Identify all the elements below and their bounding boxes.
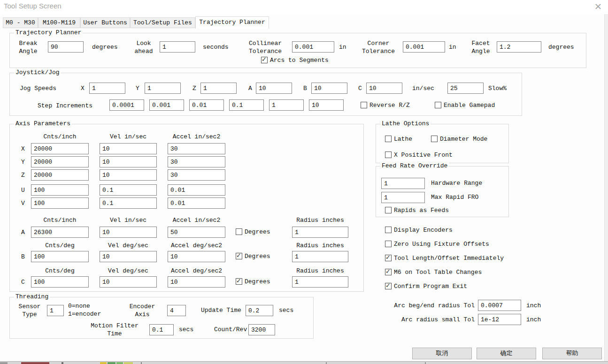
axis-b-cnts-input[interactable]	[31, 251, 89, 262]
axis-c-header-radius: Radius inches	[292, 267, 348, 275]
axis-z-cnts-input[interactable]	[31, 169, 89, 181]
step-increment-5-input[interactable]	[269, 99, 304, 111]
joystick-jog-legend: Joystick/Jog	[14, 69, 61, 76]
tool-length-offset-immediately-checkbox[interactable]	[385, 255, 392, 261]
close-icon[interactable]: ×	[591, 0, 605, 12]
help-button[interactable]: 帮助	[542, 348, 602, 359]
zero-using-fixture-offsets-label: Zero Using Fixture Offsets	[394, 240, 489, 248]
axis-y-cnts-input[interactable]	[31, 156, 89, 167]
tab-m0-m30[interactable]: M0 - M30	[3, 17, 38, 28]
arcs-to-segments-checkbox[interactable]	[261, 57, 268, 63]
axis-u-cnts-input[interactable]	[31, 184, 89, 196]
arc-beg-end-radius-tol-input[interactable]	[478, 300, 521, 311]
axis-a-degrees-checkbox[interactable]	[236, 228, 242, 235]
jog-speed-a-input[interactable]	[256, 83, 292, 94]
jog-axis-x-label: X	[81, 84, 85, 92]
axis-a-radius-input[interactable]	[292, 227, 348, 238]
x-positive-front-checkbox[interactable]	[385, 152, 392, 158]
axis-c-accel-input[interactable]	[168, 276, 225, 288]
axis-b-degrees-label: Degrees	[245, 252, 270, 260]
step-increment-3-input[interactable]	[189, 99, 224, 111]
look-ahead-label: Look ahead	[130, 39, 158, 55]
max-rapid-fro-input[interactable]	[381, 192, 425, 203]
axis-a-header-vel: Vel in/sec	[100, 216, 157, 224]
break-angle-input[interactable]	[48, 41, 84, 53]
axis-x-cnts-input[interactable]	[31, 143, 89, 154]
corner-tolerance-input[interactable]	[403, 41, 445, 53]
break-angle-unit: degrees	[92, 43, 118, 51]
lathe-checkbox[interactable]	[385, 136, 392, 142]
axis-a-header-accel: Accel in/sec2	[168, 216, 225, 224]
enable-gamepad-checkbox[interactable]	[435, 102, 441, 108]
axis-v-vel-input[interactable]	[100, 197, 157, 209]
diameter-mode-checkbox[interactable]	[431, 136, 438, 142]
step-increment-6-input[interactable]	[309, 99, 344, 111]
axis-z-vel-input[interactable]	[100, 169, 157, 181]
encoder-axis-input[interactable]	[167, 305, 186, 316]
axis-a-vel-input[interactable]	[100, 227, 157, 238]
axis-c-degrees-checkbox[interactable]	[236, 278, 242, 285]
motion-filter-time-input[interactable]	[149, 324, 174, 335]
jog-speed-b-input[interactable]	[311, 83, 347, 94]
ok-button[interactable]: 确定	[477, 348, 536, 359]
corner-tolerance-label: Corner Tolerance	[358, 39, 399, 55]
step-increment-2-input[interactable]	[149, 99, 184, 111]
axis-header-cnts: Cnts/inch	[31, 133, 89, 141]
axis-x-vel-input[interactable]	[100, 143, 157, 154]
axis-x-accel-input[interactable]	[168, 143, 225, 154]
jog-speed-z-input[interactable]	[200, 83, 237, 94]
m6-on-tool-table-changes-label: M6 on Tool Table Changes	[394, 268, 482, 276]
axis-c-header-accel: Accel deg/sec2	[168, 267, 225, 275]
tab-tool-setup-files[interactable]: Tool/Setup Files	[130, 17, 195, 28]
axis-b-radius-input[interactable]	[292, 251, 348, 262]
axis-u-accel-input[interactable]	[168, 184, 225, 196]
axis-c-radius-input[interactable]	[292, 276, 348, 288]
jog-speed-c-input[interactable]	[366, 83, 402, 94]
axis-c-cnts-input[interactable]	[31, 276, 89, 288]
tab-trajectory-planner[interactable]: Trajectory Planner	[195, 16, 269, 29]
axis-z-accel-input[interactable]	[168, 169, 225, 181]
slow-percent-input[interactable]	[447, 83, 484, 94]
tab-m100-m119[interactable]: M100-M119	[38, 17, 80, 28]
right-edge-scrollbar[interactable]	[604, 14, 608, 361]
axis-v-cnts-input[interactable]	[31, 197, 89, 209]
arc-beg-end-radius-tol-label: Arc beg/end radius Tol	[390, 302, 475, 310]
jog-speed-y-input[interactable]	[145, 83, 181, 94]
zero-using-fixture-offsets-checkbox[interactable]	[385, 241, 392, 247]
axis-a-cnts-input[interactable]	[31, 227, 89, 238]
step-increment-4-input[interactable]	[229, 99, 264, 111]
axis-b-vel-input[interactable]	[100, 251, 157, 262]
reverse-rz-checkbox[interactable]	[361, 102, 367, 108]
tab-user-buttons[interactable]: User Buttons	[80, 17, 130, 28]
sensor-type-input[interactable]	[47, 305, 64, 316]
look-ahead-input[interactable]	[160, 41, 195, 53]
confirm-program-exit-checkbox[interactable]	[385, 283, 392, 289]
collinear-tolerance-input[interactable]	[292, 41, 334, 53]
axis-v-accel-input[interactable]	[168, 197, 225, 209]
m6-on-tool-table-changes-checkbox[interactable]	[385, 269, 392, 275]
jog-speed-x-input[interactable]	[89, 83, 125, 94]
axis-b-header-accel: Accel deg/sec2	[168, 242, 225, 250]
axis-a-accel-input[interactable]	[168, 227, 225, 238]
axis-a-header-radius: Radius inches	[292, 216, 348, 224]
axis-u-label: U	[21, 186, 25, 194]
axis-u-vel-input[interactable]	[100, 184, 157, 196]
facet-angle-input[interactable]	[497, 41, 541, 53]
collinear-tolerance-unit: in	[339, 43, 346, 51]
update-time-input[interactable]	[246, 305, 273, 316]
cancel-button[interactable]: 取消	[412, 348, 472, 359]
axis-c-vel-input[interactable]	[100, 276, 157, 288]
axis-b-degrees-checkbox[interactable]	[236, 253, 242, 259]
count-rev-input[interactable]	[248, 324, 275, 335]
axis-y-accel-input[interactable]	[168, 156, 225, 167]
rapids-as-feeds-checkbox[interactable]	[385, 207, 392, 213]
axis-b-accel-input[interactable]	[168, 251, 225, 262]
axis-b-header-radius: Radius inches	[292, 242, 348, 250]
hardware-range-input[interactable]	[381, 178, 425, 189]
display-encoders-checkbox[interactable]	[385, 227, 392, 233]
jog-axis-z-label: Z	[192, 84, 196, 92]
motion-filter-time-label: Motion Filter Time	[90, 322, 139, 338]
arc-radius-small-tol-input[interactable]	[478, 314, 521, 325]
axis-y-vel-input[interactable]	[100, 156, 157, 167]
step-increment-1-input[interactable]	[109, 99, 144, 111]
